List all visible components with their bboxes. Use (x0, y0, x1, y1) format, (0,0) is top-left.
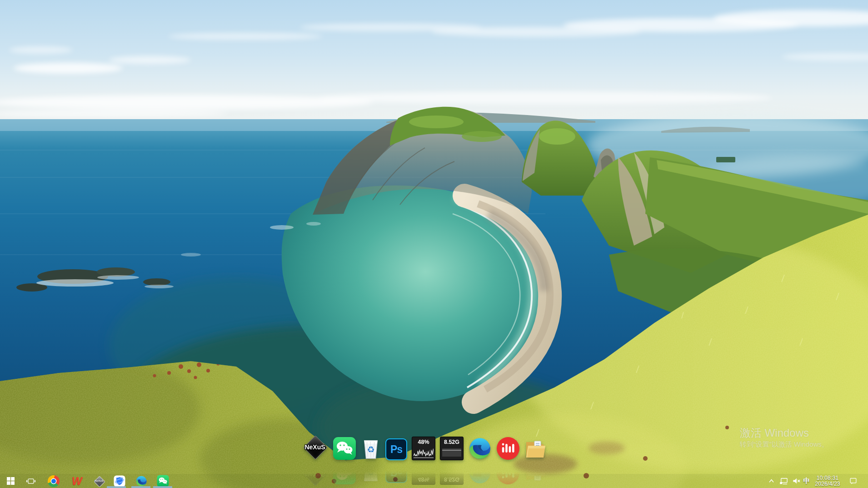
memory-usage-value: 8.52G (444, 439, 459, 446)
wallpaper-coastal-bay (0, 0, 868, 488)
wechat-icon (333, 437, 356, 460)
start-button[interactable] (4, 474, 17, 488)
audio-waveform-icon (496, 437, 520, 460)
dock-photoshop-icon[interactable]: Ps (385, 438, 407, 460)
running-indicator-pc-manager (107, 486, 126, 488)
clock-time: 10:08:31 (817, 475, 839, 481)
tray-clock[interactable]: 10:08:31 2026/4/23 (810, 474, 845, 488)
dock-audio-app-icon[interactable] (496, 437, 520, 460)
taskbar-chrome-icon[interactable] (47, 474, 60, 488)
folder-icon (524, 438, 545, 460)
nexus-dock: NeXuS ♻ (302, 434, 545, 460)
task-view-icon (26, 476, 36, 486)
desktop: 激活 Windows 转到“设置”以激活 Windows。 NeXuS (0, 0, 868, 488)
windows-logo-icon (7, 477, 15, 485)
dock-cpu-monitor-widget[interactable]: 48% (412, 437, 435, 460)
edge-small-icon (135, 475, 147, 487)
dock-wechat-icon[interactable] (333, 437, 356, 460)
wps-office-icon: W (72, 476, 81, 487)
taskbar: W NeXuS (0, 474, 868, 488)
running-indicator-wechat (153, 486, 172, 488)
clock-date: 2026/4/23 (815, 481, 840, 487)
taskbar-nexus-icon[interactable]: NeXuS (92, 474, 106, 488)
action-center-icon (849, 477, 858, 485)
tray-volume-button[interactable] (791, 474, 802, 488)
memory-bar (442, 450, 461, 457)
dock-folder-icon[interactable] (524, 438, 545, 460)
dock-recycle-bin-icon[interactable]: ♻ (361, 438, 381, 460)
tray-hidden-icons-button[interactable] (766, 474, 776, 488)
chevron-up-icon (768, 479, 774, 483)
dock-edge-icon[interactable] (468, 437, 492, 460)
taskbar-wps-icon[interactable]: W (69, 474, 84, 488)
chrome-icon (48, 475, 60, 487)
dock-nexus-icon[interactable]: NeXuS (302, 434, 328, 460)
dock-memory-monitor-widget[interactable]: 8.52G (440, 437, 464, 460)
svg-text:♻: ♻ (367, 444, 374, 455)
edge-icon (468, 437, 492, 460)
volume-muted-icon (792, 477, 801, 485)
cpu-sparkline (414, 448, 434, 458)
running-indicator-edge (131, 486, 150, 488)
nexus-small-icon: NeXuS (93, 475, 105, 487)
action-center-button[interactable] (847, 474, 859, 488)
photoshop-label: Ps (390, 443, 402, 456)
wechat-small-icon (157, 475, 169, 487)
pc-manager-shield-icon (114, 475, 125, 487)
ethernet-network-icon (779, 477, 788, 486)
tray-network-button[interactable] (778, 474, 790, 488)
task-view-button[interactable] (24, 474, 38, 488)
cpu-sparkline-polyline (414, 448, 434, 456)
nexus-label: NeXuS (302, 443, 328, 451)
recycle-bin-icon: ♻ (361, 438, 381, 460)
cpu-usage-value: 48% (418, 439, 429, 446)
